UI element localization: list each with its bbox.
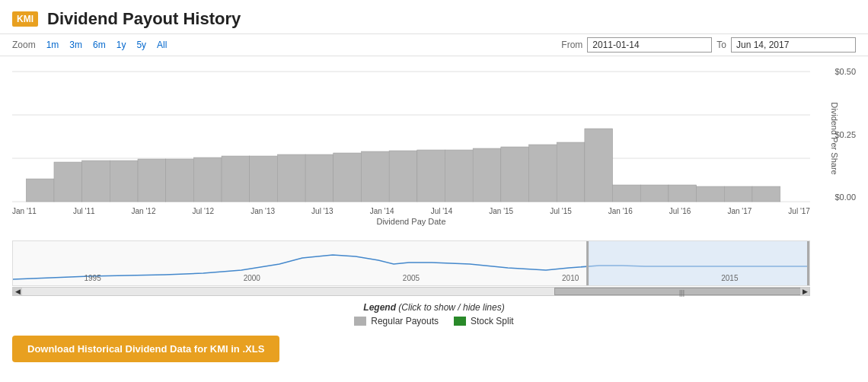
scroll-right-btn[interactable]: ▶	[800, 288, 809, 295]
svg-rect-23	[557, 142, 585, 202]
svg-rect-8	[138, 159, 166, 202]
svg-rect-15	[333, 153, 362, 202]
legend: Legend (Click to show / hide lines) Regu…	[0, 298, 868, 329]
zoom-1m[interactable]: 1m	[43, 38, 62, 52]
legend-split-label: Stock Split	[471, 316, 514, 326]
to-label: To	[716, 40, 726, 50]
page-title: Dividend Payout History	[47, 9, 241, 29]
svg-rect-14	[305, 154, 333, 202]
svg-rect-6	[82, 161, 110, 202]
navigator-scrollbar[interactable]: ||| ◀ ▶	[12, 287, 810, 296]
svg-rect-26	[640, 185, 669, 202]
zoom-5y[interactable]: 5y	[133, 38, 149, 52]
main-chart-svg	[12, 64, 810, 205]
svg-rect-7	[110, 161, 138, 202]
page-header: KMI Dividend Payout History	[0, 0, 868, 33]
svg-rect-16	[361, 151, 389, 202]
zoom-6m[interactable]: 6m	[90, 38, 109, 52]
scroll-left-btn[interactable]: ◀	[13, 288, 22, 295]
svg-rect-10	[193, 158, 222, 202]
zoom-label: Zoom	[12, 40, 36, 50]
y-axis-title: Dividend Per Share	[830, 102, 839, 174]
legend-title: Legend (Click to show / hide lines)	[0, 302, 868, 313]
x-axis-labels: Jan '11 Jul '11 Jan '12 Jul '12 Jan '13 …	[12, 205, 810, 215]
navigator-section: 1995 2000 2005 2010 2015 ||| ◀ ▶	[0, 239, 868, 298]
zoom-bar: Zoom 1m 3m 6m 1y 5y All From To	[0, 33, 868, 56]
from-date-input[interactable]	[587, 37, 712, 53]
svg-rect-27	[669, 185, 697, 202]
y-label-0.50: $0.50	[834, 67, 856, 76]
navigator-thumb[interactable]: |||	[554, 288, 809, 295]
svg-rect-22	[529, 145, 557, 202]
navigator-svg	[13, 241, 809, 286]
svg-rect-20	[473, 148, 501, 202]
svg-rect-17	[389, 151, 417, 202]
svg-rect-12	[250, 156, 278, 202]
legend-split-color	[454, 317, 466, 326]
to-date-input[interactable]	[731, 37, 856, 53]
svg-rect-33	[807, 241, 809, 286]
svg-rect-19	[445, 150, 473, 202]
svg-rect-9	[166, 159, 194, 202]
svg-rect-5	[54, 162, 82, 202]
svg-rect-28	[697, 186, 725, 202]
main-chart-container: $0.50 $0.25 $0.00 Dividend Per Share Jan…	[0, 56, 868, 239]
svg-rect-21	[501, 147, 529, 202]
download-button[interactable]: Download Historical Dividend Data for KM…	[12, 336, 279, 362]
x-axis-title: Dividend Pay Date	[12, 215, 810, 228]
legend-regular-payouts[interactable]: Regular Payouts	[354, 316, 439, 326]
svg-rect-11	[222, 156, 250, 202]
svg-rect-25	[613, 185, 641, 202]
legend-items: Regular Payouts Stock Split	[0, 316, 868, 326]
svg-rect-24	[585, 129, 613, 202]
legend-regular-label: Regular Payouts	[371, 316, 439, 326]
svg-rect-13	[277, 154, 305, 202]
zoom-3m[interactable]: 3m	[66, 38, 85, 52]
legend-stock-split[interactable]: Stock Split	[454, 316, 514, 326]
legend-regular-color	[354, 317, 366, 326]
navigator-chart[interactable]: 1995 2000 2005 2010 2015	[12, 240, 810, 286]
zoom-all[interactable]: All	[154, 38, 170, 52]
svg-rect-4	[26, 179, 54, 202]
y-label-0.00: $0.00	[834, 193, 856, 202]
svg-rect-31	[586, 241, 809, 286]
svg-rect-32	[586, 241, 589, 286]
svg-rect-30	[752, 186, 780, 202]
ticker-badge: KMI	[12, 11, 38, 27]
svg-rect-29	[724, 186, 752, 202]
svg-rect-18	[417, 150, 445, 202]
from-label: From	[561, 40, 582, 50]
zoom-1y[interactable]: 1y	[113, 38, 129, 52]
date-range: From To	[561, 37, 856, 53]
